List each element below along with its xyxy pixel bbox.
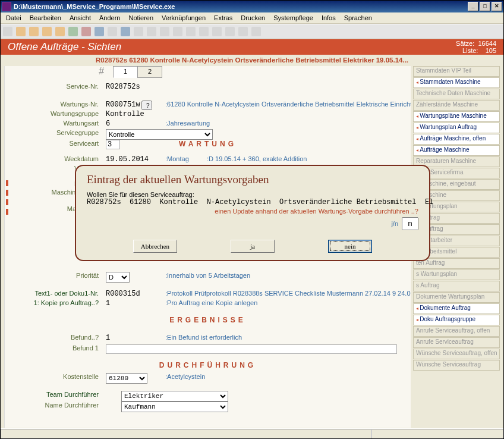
modal-line1: Wollen Sie für diesen Serviceauftrag: — [87, 191, 418, 198]
modal-abort-button[interactable]: Abbrechen — [133, 240, 177, 253]
app-window: D:\Mustermann\_MService_Programm\MServic… — [0, 0, 504, 439]
modal-dialog: Eintrag der aktuellen Wartungsvorgaben W… — [75, 165, 430, 261]
status-cell — [371, 429, 503, 438]
modal-title: Eintrag der aktuellen Wartungsvorgaben — [87, 173, 429, 186]
modal-jn-label: j/n — [391, 220, 398, 227]
modal-no-button[interactable]: nein — [328, 240, 372, 253]
modal-jn-input[interactable] — [402, 217, 418, 230]
modal-overlay: Eintrag der aktuellen Wartungsvorgaben W… — [1, 1, 503, 438]
status-cell — [1, 429, 371, 438]
statusbar — [1, 428, 503, 438]
modal-yes-button[interactable]: ja — [231, 240, 275, 253]
modal-line2: R028752s 61280 Kontrolle N-Acetylcystein… — [87, 198, 418, 206]
modal-line3: einen Update anhand der aktuellen Wartun… — [215, 208, 418, 215]
